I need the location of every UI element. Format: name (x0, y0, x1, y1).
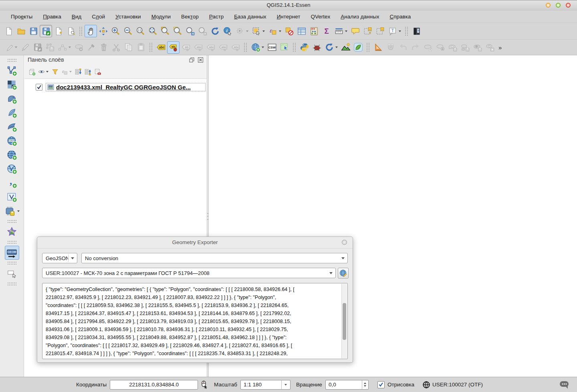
textarea-scrollbar[interactable] (341, 284, 347, 358)
rotation-spin-buttons[interactable] (362, 380, 368, 389)
plugin-geometry-star-button[interactable] (5, 225, 19, 239)
new-composer-button[interactable]: * (52, 25, 65, 37)
add-group-button[interactable] (27, 67, 36, 77)
coordinates-input[interactable]: 2218131.0,834884.0 (110, 380, 198, 390)
minimize-button[interactable] (546, 3, 551, 8)
csw-catalog-button[interactable]: CSW (266, 41, 278, 54)
attribute-table-button[interactable] (295, 25, 308, 37)
menu-item-4[interactable]: Установки (110, 12, 146, 21)
dialog-close-icon[interactable] (342, 240, 347, 245)
menu-item-7[interactable]: Растр (204, 12, 229, 21)
advanced-digitizing-button[interactable] (372, 41, 384, 54)
filter-by-expression-button[interactable]: ε (60, 67, 69, 77)
add-ows-layer-button[interactable] (249, 41, 262, 54)
add-ring-button[interactable]: * (446, 41, 459, 54)
open-project-button[interactable] (15, 25, 27, 37)
remove-layer-button[interactable] (93, 67, 102, 77)
measure-button[interactable] (333, 25, 345, 37)
crs-status-button[interactable] (422, 381, 430, 389)
add-raster-layer-button[interactable] (5, 78, 19, 92)
simplify-feature-button[interactable] (434, 41, 446, 54)
pin-unpin-labels-button[interactable]: ab (180, 41, 192, 54)
python-console-button[interactable] (298, 41, 311, 54)
panel-close-icon[interactable] (198, 57, 204, 63)
menu-item-6[interactable]: Вектор (176, 12, 204, 21)
rotate-label-button[interactable]: abc (217, 41, 229, 54)
conversion-select[interactable]: No conversion (81, 253, 348, 263)
change-label-button[interactable]: abc (229, 41, 242, 54)
delete-ring-button[interactable] (484, 41, 496, 54)
copy-features-button[interactable] (122, 41, 135, 54)
menu-item-9[interactable]: Интернет (272, 12, 306, 21)
save-project-as-button[interactable] (40, 25, 52, 37)
new-layer-button[interactable]: * (3, 204, 17, 218)
undo-button[interactable] (397, 41, 409, 54)
toolbar-overflow-chevron[interactable]: » (498, 44, 502, 51)
select-by-expression-button-dropdown[interactable] (279, 30, 281, 32)
cut-features-button[interactable] (110, 41, 122, 54)
text-annotation-button-dropdown[interactable] (399, 30, 401, 32)
layer-visibility-checkbox[interactable] (36, 84, 42, 91)
collapse-all-button[interactable] (83, 67, 93, 77)
deselect-all-button[interactable] (283, 25, 295, 37)
filter-by-expression-button-dropdown[interactable] (69, 71, 72, 73)
zoom-out-button[interactable] (122, 25, 134, 37)
mouse-extent-toggle-button[interactable] (200, 380, 208, 390)
add-wfs-layer-button[interactable] (5, 162, 19, 176)
add-oracle-layer-button[interactable]: ORA (5, 134, 19, 148)
fill-ring-button[interactable]: * (471, 41, 484, 54)
menu-item-0[interactable]: Проекты (6, 12, 38, 21)
maximize-button[interactable] (556, 3, 561, 8)
add-part-button[interactable]: * (459, 41, 471, 54)
zoom-full-button[interactable] (147, 25, 159, 37)
offset-curve-button[interactable] (85, 41, 97, 54)
text-annotation-button[interactable]: T (386, 25, 399, 37)
add-feature-button[interactable]: * (44, 41, 56, 54)
feature-action-button-dropdown[interactable] (246, 30, 248, 32)
manage-visibility-button[interactable] (36, 67, 46, 77)
zoom-in-button[interactable] (109, 25, 122, 37)
node-tool-button-dropdown[interactable] (69, 46, 71, 48)
feature-action-button[interactable] (234, 25, 246, 37)
snapping-button[interactable] (384, 41, 397, 54)
terrain-analysis-button[interactable] (339, 41, 352, 54)
layer-labeling-button[interactable]: abc (155, 41, 167, 54)
metasearch-button[interactable] (278, 41, 291, 54)
new-bookmark-button[interactable]: * (361, 25, 374, 37)
show-bookmarks-button[interactable] (374, 25, 386, 37)
add-mssql-layer-button[interactable] (5, 120, 19, 134)
rotation-spinbox[interactable]: 0,0 (325, 380, 369, 390)
menu-item-8[interactable]: База данных (229, 12, 271, 21)
scale-dropdown-button[interactable] (281, 380, 290, 389)
geojson-textarea[interactable]: { "type": "GeometryCollection", "geometr… (42, 283, 348, 359)
pan-to-selection-button[interactable] (97, 25, 109, 37)
render-checkbox[interactable] (377, 381, 385, 388)
add-ows-layer-button-dropdown[interactable] (262, 46, 264, 48)
save-layer-edits-button[interactable] (31, 41, 44, 54)
measure-button-dropdown[interactable] (345, 30, 347, 32)
help-button[interactable]: ? (410, 25, 423, 37)
select-features-button-dropdown[interactable] (262, 30, 265, 32)
geometry-exporter-button[interactable]: GEOM (5, 246, 19, 260)
menu-item-1[interactable]: Правка (38, 12, 67, 21)
map-tips-button[interactable] (349, 25, 361, 37)
zoom-native-button[interactable]: 1:1 (134, 25, 147, 37)
scale-combo[interactable]: 1:1 180 (240, 380, 291, 390)
messages-button[interactable] (559, 380, 570, 390)
add-vector-layer-button[interactable] (5, 64, 19, 78)
identify-features-button[interactable]: i (221, 25, 234, 37)
panel-float-icon[interactable] (189, 57, 195, 63)
dialog-title-bar[interactable]: Geometry Exporter (37, 237, 353, 249)
paste-features-button[interactable] (135, 41, 147, 54)
statistical-summary-button[interactable] (308, 25, 320, 37)
qgis-plugin-button[interactable] (352, 41, 364, 54)
menu-item-10[interactable]: QVertex (306, 12, 336, 21)
menu-item-5[interactable]: Модули (146, 12, 176, 21)
select-by-expression-button[interactable]: ε (266, 25, 279, 37)
toggle-editing-button[interactable] (19, 41, 31, 54)
delete-selected-button[interactable] (97, 41, 110, 54)
add-wms-layer-button[interactable] (5, 148, 19, 162)
zoom-to-selection-button[interactable] (171, 25, 184, 37)
select-features-button[interactable] (250, 25, 262, 37)
add-virtual-layer-button[interactable] (5, 190, 19, 204)
